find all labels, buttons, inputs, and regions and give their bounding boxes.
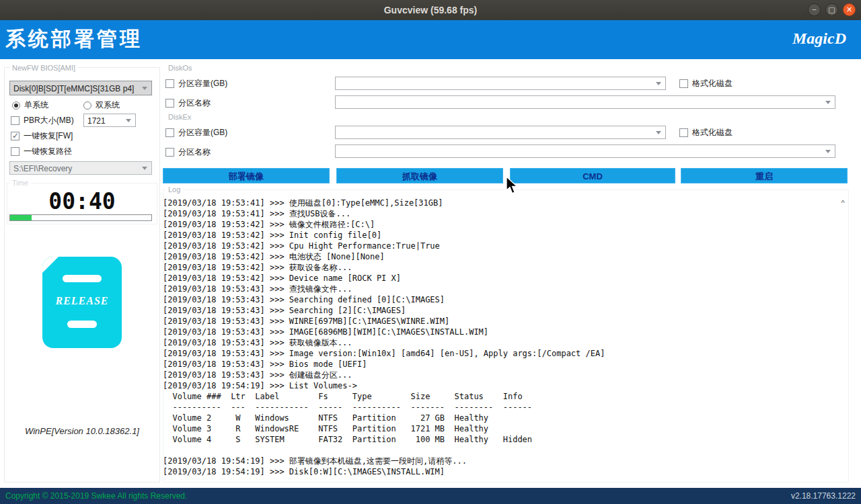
app-header: 系统部署管理 MagicD bbox=[0, 20, 861, 59]
diskex-partition-size-label: 分区容量(GB) bbox=[178, 127, 227, 138]
status-bar: Copyright © 2015-2019 Swkee All rights R… bbox=[0, 488, 861, 504]
chevron-down-icon bbox=[126, 119, 131, 122]
close-icon: ✕ bbox=[846, 5, 852, 13]
minimize-button[interactable]: − bbox=[808, 3, 821, 16]
disk-select[interactable]: Disk[0]B[SD]T[eMMC]S[31GB p4] bbox=[9, 81, 152, 95]
one-key-recovery-fw-checkbox-box bbox=[11, 132, 20, 140]
log-line: Volume ### Ltr Label Fs Type Size Status… bbox=[163, 391, 837, 402]
diskex-partition-size-combo[interactable] bbox=[335, 126, 666, 139]
one-key-recovery-path-checkbox-box bbox=[11, 147, 20, 156]
diskos-format-checkbox[interactable]: 格式化磁盘 bbox=[679, 78, 733, 89]
log-line: [2019/03/18 19:54:19] >>> 部署镜像到本机磁盘,这需要一… bbox=[163, 456, 837, 466]
capture-image-button[interactable]: 抓取镜像 bbox=[336, 168, 503, 183]
log-line: Volume 4 S SYSTEM FAT32 Partition 100 MB… bbox=[163, 434, 837, 445]
one-key-recovery-fw-checkbox[interactable]: 一键恢复[FW] bbox=[11, 130, 73, 142]
diskos-group-label: DiskOs bbox=[165, 64, 194, 72]
log-line: [2019/03/18 19:53:43] >>> 查找镜像文件... bbox=[163, 284, 837, 294]
time-group-label: Time bbox=[9, 179, 31, 187]
diskos-partition-name-checkbox[interactable]: 分区名称 bbox=[165, 97, 211, 109]
deploy-image-button[interactable]: 部署镜像 bbox=[163, 168, 330, 183]
log-line: [2019/03/18 19:53:42] >>> 电池状态 [None][No… bbox=[163, 251, 837, 262]
release-image: RELEASE bbox=[42, 257, 122, 348]
recovery-path-value: S:\EFI\Recovery bbox=[13, 162, 139, 174]
mouse-cursor bbox=[506, 176, 521, 195]
diskex-partition-size-checkbox[interactable]: 分区容量(GB) bbox=[165, 127, 227, 138]
progress-bar bbox=[9, 214, 152, 221]
radio-single-system[interactable]: 单系统 bbox=[12, 99, 48, 111]
log-line: [2019/03/18 19:54:19] >>> List Volumes-> bbox=[163, 380, 837, 391]
diskos-format-checkbox-box bbox=[679, 79, 688, 88]
one-key-recovery-path-checkbox[interactable]: 一键恢复路径 bbox=[11, 146, 72, 157]
cmd-button[interactable]: CMD bbox=[510, 168, 675, 183]
diskex-format-checkbox[interactable]: 格式化磁盘 bbox=[679, 127, 733, 138]
pbr-size-checkbox[interactable]: PBR大小(MB) bbox=[11, 115, 74, 126]
log-line: [2019/03/18 19:53:43] >>> Searching defi… bbox=[163, 294, 837, 305]
log-line: [2019/03/18 19:53:42] >>> Init config fi… bbox=[163, 230, 837, 241]
log-line: [2019/03/18 19:53:42] >>> 获取设备名称... bbox=[163, 262, 837, 273]
recovery-path-combo[interactable]: S:\EFI\Recovery bbox=[9, 161, 152, 175]
scroll-up-arrow[interactable]: ^ bbox=[838, 198, 848, 208]
diskos-partition-name-combo[interactable] bbox=[335, 95, 835, 109]
timer-display: 00:40 bbox=[7, 188, 157, 214]
log-line: [2019/03/18 19:53:43] >>> 获取镜像版本... bbox=[163, 337, 837, 348]
radio-single-label: 单系统 bbox=[24, 99, 48, 111]
diskos-partition-size-checkbox-box bbox=[165, 79, 174, 88]
titlebar[interactable]: Guvcview (59.68 fps) − ▢ ✕ bbox=[0, 0, 861, 20]
left-group-label: NewFW BIOS[AMI] bbox=[9, 64, 78, 72]
log-group-label: Log bbox=[165, 185, 183, 194]
diskos-partition-name-value bbox=[339, 96, 823, 108]
one-key-recovery-path-label: 一键恢复路径 bbox=[24, 146, 72, 157]
log-line: [2019/03/18 19:53:41] >>> 使用磁盘[0]:Type[e… bbox=[163, 198, 837, 208]
diskex-partition-name-value bbox=[339, 145, 823, 157]
release-label: RELEASE bbox=[42, 295, 122, 307]
diskex-partition-name-combo[interactable] bbox=[335, 144, 835, 158]
diskos-partition-size-checkbox[interactable]: 分区容量(GB) bbox=[165, 78, 227, 89]
log-line: [2019/03/18 19:53:43] >>> WINRE[697MB][C… bbox=[163, 316, 837, 327]
diskos-partition-name-label: 分区名称 bbox=[178, 97, 211, 109]
diskex-partition-size-value bbox=[339, 126, 653, 138]
diskos-format-label: 格式化磁盘 bbox=[692, 78, 733, 89]
chevron-down-icon bbox=[825, 150, 831, 153]
decor-bar-bottom bbox=[67, 321, 97, 328]
decor-bar-top bbox=[63, 275, 102, 282]
pbr-size-combo[interactable]: 1721 bbox=[83, 114, 136, 127]
diskex-format-label: 格式化磁盘 bbox=[692, 127, 733, 138]
version-text: v2.18.17763.1222 bbox=[791, 488, 856, 504]
diskos-partition-size-combo[interactable] bbox=[335, 77, 666, 90]
chevron-down-icon bbox=[142, 167, 147, 170]
progress-fill bbox=[10, 215, 32, 220]
log-line: Volume 2 W Windows NTFS Partition 27 GB … bbox=[163, 413, 837, 423]
diskex-partition-size-checkbox-box bbox=[165, 128, 174, 137]
log-line: [2019/03/18 19:53:43] >>> IMAGE[6896MB][… bbox=[163, 327, 837, 337]
log-line: [2019/03/18 19:53:42] >>> Cpu Hight Perf… bbox=[163, 241, 837, 251]
radio-single-indicator bbox=[12, 101, 20, 110]
chevron-down-icon bbox=[825, 101, 831, 104]
pbr-size-label: PBR大小(MB) bbox=[24, 115, 74, 126]
diskex-format-checkbox-box bbox=[679, 128, 688, 137]
reboot-button[interactable]: 重启 bbox=[681, 168, 848, 183]
log-line: Volume 3 R WindowsRE NTFS Partition 1721… bbox=[163, 423, 837, 434]
window-controls: − ▢ ✕ bbox=[808, 3, 856, 16]
maximize-button[interactable]: ▢ bbox=[825, 3, 838, 16]
one-key-recovery-fw-label: 一键恢复[FW] bbox=[24, 130, 73, 142]
brand-logo: MagicD bbox=[792, 30, 846, 48]
window-title: Guvcview (59.68 fps) bbox=[0, 0, 861, 20]
diskos-partition-size-label: 分区容量(GB) bbox=[178, 78, 227, 89]
pbr-size-checkbox-box bbox=[11, 116, 20, 125]
radio-dual-label: 双系统 bbox=[96, 99, 120, 111]
diskex-partition-name-checkbox[interactable]: 分区名称 bbox=[165, 146, 211, 158]
diskos-partition-name-checkbox-box bbox=[165, 99, 174, 108]
winpe-version-text: WinPE[Version 10.0.18362.1] bbox=[7, 426, 157, 436]
chevron-down-icon bbox=[656, 131, 661, 134]
log-line bbox=[163, 445, 837, 456]
copyright-text: Copyright © 2015-2019 Swkee All rights R… bbox=[5, 488, 187, 504]
diskos-partition-size-value bbox=[339, 77, 653, 89]
diskex-partition-name-checkbox-box bbox=[165, 148, 174, 157]
log-line: [2019/03/18 19:53:41] >>> 查找USB设备... bbox=[163, 208, 837, 219]
close-button[interactable]: ✕ bbox=[843, 3, 856, 16]
minimize-icon: − bbox=[812, 5, 816, 13]
radio-dual-system[interactable]: 双系统 bbox=[83, 99, 120, 111]
log-line: [2019/03/18 19:53:42] >>> Device name [R… bbox=[163, 273, 837, 284]
disk-select-value: Disk[0]B[SD]T[eMMC]S[31GB p4] bbox=[13, 81, 139, 95]
log-line: [2019/03/18 19:53:43] >>> Bios mode [UEF… bbox=[163, 359, 837, 370]
